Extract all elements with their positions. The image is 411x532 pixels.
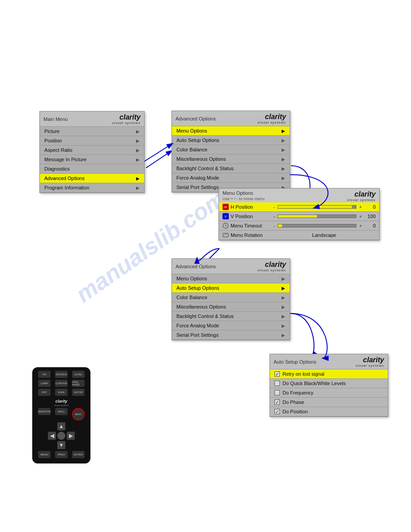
arrow-icon: ▶ [136,157,140,162]
menu-timeout-minus[interactable]: - [274,223,275,228]
main-menu-item-aspect[interactable]: Aspect Ratio ▶ [40,146,144,155]
remote-dpad-down[interactable]: ▼ [57,441,65,449]
remote-row-3: OFF SAVE SETUP [36,389,87,396]
arrow-icon: ▶ [282,157,285,162]
svg-text:V: V [224,215,227,219]
menu-rotation-icon [223,232,229,238]
position-checkbox[interactable]: ✓ [274,409,280,414]
auto-setup-quick-bw[interactable]: Do Quick Black/White Levels [270,379,388,388]
remote-btn-freq-phase[interactable]: FREQ PHASE [72,380,85,387]
arrow-icon: ▶ [136,176,140,181]
advanced-options-2-title: Advanced Options [176,264,216,269]
main-menu-item-position[interactable]: Position ▶ [40,136,144,146]
menu-options-header: Menu Options Use + / - to move menu clar… [219,189,379,202]
auto-setup-title: Auto Setup Options [274,359,316,365]
remote-btn-source[interactable]: SOURCE [55,371,68,378]
adv1-color-balance[interactable]: Color Balance ▶ [172,145,290,154]
advanced-options-2-header: Advanced Options clarity visual systems [172,259,290,274]
remote-btn-setup[interactable]: SETUP [72,389,85,396]
adv1-backlight[interactable]: Backlight Control & Status ▶ [172,164,290,173]
h-position-plus[interactable]: + [359,205,362,210]
adv2-serial-port[interactable]: Serial Port Settings ▶ [172,330,290,340]
adv2-force-analog[interactable]: Force Analog Mode ▶ [172,321,290,330]
arrow-icon: ▶ [136,138,140,143]
adv1-force-analog[interactable]: Force Analog Mode ▶ [172,173,290,183]
retry-checkbox[interactable]: ✓ [274,371,280,377]
adv2-backlight[interactable]: Backlight Control & Status ▶ [172,312,290,321]
h-position-minus[interactable]: - [274,205,275,210]
menu-timeout-label: Menu Timeout [231,223,271,228]
remote-logo: clarity visual systems [36,398,87,407]
v-position-plus[interactable]: + [359,214,362,219]
frequency-checkbox[interactable] [274,390,280,395]
remote-btn-off[interactable]: OFF [38,389,51,396]
h-position-track[interactable] [278,205,356,209]
h-position-fill [278,206,352,208]
menu-rotation-value: Landscape [273,232,376,238]
arrow-icon: ▶ [136,129,140,134]
advanced-options-panel-2: Advanced Options clarity visual systems … [171,258,290,340]
remote-dpad-left[interactable]: ◀ [48,432,56,440]
adv2-color-balance[interactable]: Color Balance ▶ [172,293,290,302]
main-menu-item-program[interactable]: Program Information ▶ [40,183,144,193]
v-position-fill [278,215,317,218]
auto-setup-retry[interactable]: ✓ Retry on lost signal [270,369,388,379]
phase-checkbox[interactable]: ✓ [274,399,280,405]
v-position-icon: V [223,213,229,219]
v-position-minus[interactable]: - [274,214,275,219]
arrow-icon: ▶ [282,147,285,152]
auto-setup-header: Auto Setup Options clarity visual system… [270,354,388,369]
auto-setup-logo: clarity visual systems [355,356,384,367]
h-position-row[interactable]: H H Position - + 0 [219,202,379,212]
remote-btn-lamp[interactable]: LAMP [38,380,51,387]
menu-timeout-plus[interactable]: + [359,223,362,228]
adv2-misc-options[interactable]: Miscellaneous Options ▶ [172,302,290,312]
remote-btn-enter[interactable]: ENTER [72,451,85,458]
adv1-menu-options[interactable]: Menu Options ▶ [172,126,290,136]
arrow-icon: ▶ [282,129,285,133]
remote-row-2: LAMP CURTAIN FREQ PHASE [36,380,87,387]
main-menu-item-diagnostics[interactable]: Diagnostics [40,164,144,174]
svg-line-11 [145,143,173,161]
adv1-misc-options[interactable]: Miscellaneous Options ▶ [172,154,290,164]
remote-btn-curtain[interactable]: CURTAIN [55,380,68,387]
menu-timeout-track[interactable] [278,224,356,227]
adv1-auto-setup[interactable]: Auto Setup Options ▶ [172,136,290,145]
arrow-icon: ▶ [282,276,285,281]
arrow-icon: ▶ [136,185,140,190]
v-position-row[interactable]: V V Position - + 100 [219,212,379,221]
remote-btn-menu[interactable]: MENU [38,451,51,458]
adv2-auto-setup[interactable]: Auto Setup Options ▶ [172,283,290,293]
arrow-icon: ▶ [282,323,285,328]
remote-dpad-center[interactable] [57,432,65,440]
arrow-icon: ▶ [282,333,285,338]
main-menu-title: Main Menu [43,116,68,122]
remote-btn-on[interactable]: ON [38,371,51,378]
remote-btn-misc[interactable]: MISC [72,408,85,420]
advanced-options-1-title: Advanced Options [176,116,216,121]
remote-btn-save[interactable]: SAVE [55,389,68,396]
main-menu-item-picture[interactable]: Picture ▶ [40,127,144,136]
remote-btn-prev[interactable]: PREV [55,451,68,458]
v-position-track[interactable] [278,215,356,218]
main-menu-item-advanced[interactable]: Advanced Options ▶ [40,174,144,183]
advanced-options-1-logo: clarity visual systems [257,113,286,124]
remote-btn-level[interactable]: LEVEL [72,371,85,378]
auto-setup-position[interactable]: ✓ Do Position [270,407,388,416]
menu-rotation-row[interactable]: Menu Rotation Landscape [219,231,379,240]
arrow-icon: ▶ [282,176,285,180]
remote-btn-wall[interactable]: WALL [55,408,68,415]
main-menu-panel: Main Menu clarity visual systems Picture… [39,111,145,193]
quick-bw-checkbox[interactable] [274,381,280,386]
menu-timeout-row[interactable]: Menu Timeout - + 0 [219,221,379,231]
remote-btn-monitor[interactable]: MONITOR [38,408,51,415]
remote-dpad: ▲ ▼ ◀ ▶ [48,422,75,449]
advanced-options-panel-1: Advanced Options clarity visual systems … [171,111,290,193]
main-menu-item-message[interactable]: Message In Picture ▶ [40,155,144,164]
adv2-menu-options[interactable]: Menu Options ▶ [172,274,290,283]
remote-dpad-right[interactable]: ▶ [67,432,75,440]
auto-setup-phase[interactable]: ✓ Do Phase [270,398,388,407]
auto-setup-frequency[interactable]: Do Frequency [270,388,388,398]
remote-row-5: MENU PREV ENTER [36,451,87,458]
remote-dpad-up[interactable]: ▲ [57,422,65,430]
